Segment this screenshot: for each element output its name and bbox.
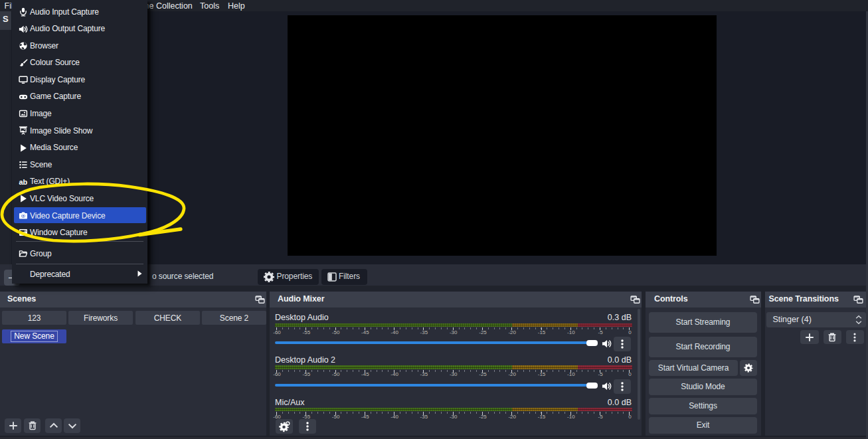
svg-text:ab: ab [19,177,27,185]
